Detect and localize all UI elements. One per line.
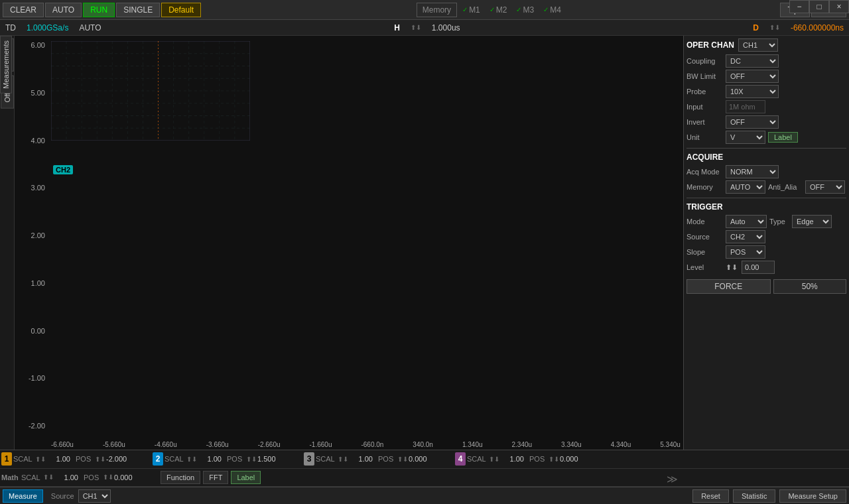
math-row: Math SCAL ⬆⬇ 1.00 POS ⬆⬇ 0.000 Function … [0, 469, 849, 487]
trig-mode-select[interactable]: AutoNormalSingle [726, 215, 767, 228]
input-label: Input [686, 103, 723, 111]
clear-button[interactable]: CLEAR [3, 3, 44, 17]
x-label-4: -2.660u [258, 441, 281, 448]
math-scal-label: SCAL [21, 473, 42, 481]
ch1-scal-value: 1.00 [46, 455, 70, 463]
ch1-pos-label: POS [76, 455, 94, 463]
m1-marker: ✓M1 [458, 4, 484, 16]
oper-chan-select[interactable]: CH1CH2CH3CH4 [738, 38, 778, 52]
statistic-button[interactable]: Statistic [733, 489, 776, 503]
trig-mode-label: Mode [686, 218, 723, 225]
oper-chan-section: OPER CHAN CH1CH2CH3CH4 Coupling DCACGND … [686, 38, 846, 144]
m4-marker: ✓M4 [539, 4, 565, 16]
ch4-pos-label: POS [529, 455, 548, 463]
svg-rect-19 [51, 41, 250, 141]
x-label-0: -6.660u [51, 441, 74, 448]
math-label-button[interactable]: Label [231, 471, 261, 484]
ch4-scal-value: 1.00 [500, 455, 524, 463]
minimize-button[interactable]: − [789, 0, 809, 13]
probe-select[interactable]: 10X1X100X [726, 85, 779, 98]
m2-marker: ✓M2 [486, 4, 511, 16]
close-button[interactable]: × [829, 0, 849, 13]
oscilloscope-chart [51, 41, 250, 141]
invert-select[interactable]: OFFON [726, 115, 779, 129]
y-label-n2: -2.00 [17, 422, 45, 430]
x-label-5: -1.660u [310, 441, 332, 448]
measure-button[interactable]: Measure [3, 489, 43, 503]
slope-label: Slope [686, 248, 723, 256]
run-button[interactable]: RUN [83, 3, 115, 17]
memory-select[interactable]: AUTO1K10K [726, 180, 765, 194]
reset-button[interactable]: Reset [692, 489, 729, 503]
fft-button[interactable]: FFT [203, 471, 228, 484]
status-bar: TD 1.000GSa/s AUTO H ⬆⬇ 1.000us D ⬆⬇ -66… [0, 20, 849, 36]
d-value: -660.000000ns [791, 23, 844, 32]
auto-button[interactable]: AUTO [45, 3, 82, 17]
h-value: 1.000us [432, 23, 460, 32]
measurements-tab[interactable]: Measurements [0, 36, 12, 94]
x-label-3: -3.660u [206, 441, 229, 448]
mode-display: TD [5, 23, 16, 32]
scroll-icon[interactable]: ≫ [667, 473, 678, 485]
ch1-pos-value: -2.000 [106, 455, 139, 463]
ch2-pos-value: 1.500 [257, 455, 291, 463]
maximize-button[interactable]: □ [809, 0, 829, 13]
ch2-waveform [51, 60, 250, 141]
y-label-3: 3.00 [17, 184, 45, 192]
channel-row-1234: 1 SCAL ⬆⬇ 1.00 POS ⬆⬇ -2.000 2 SCAL ⬆⬇ 1… [0, 450, 849, 469]
trig-type-select[interactable]: EdgePulseVideo [792, 215, 832, 228]
trigger-title: TRIGGER [686, 201, 846, 213]
bw-limit-select[interactable]: OFFON [726, 70, 779, 83]
label-button[interactable]: Label [768, 132, 798, 143]
math-label: Math [1, 473, 21, 481]
default-button[interactable]: Default [161, 3, 201, 17]
ch3-scal-value: 1.00 [349, 455, 373, 463]
ch2-scal-value: 1.00 [198, 455, 222, 463]
ch3-number: 3 [304, 452, 314, 466]
m3-marker: ✓M3 [512, 4, 538, 16]
y-label-6: 6.00 [17, 41, 45, 49]
level-label: Level [686, 263, 723, 271]
x-label-9: 2.340u [512, 441, 533, 448]
main-area: Online Offline Measurements 6.00 5.00 4.… [0, 36, 849, 450]
anti-alia-label: Anti_Alia [768, 183, 803, 191]
x-label-1: -5.660u [103, 441, 125, 448]
slope-select[interactable]: POSNEG [726, 245, 765, 259]
acquire-title: ACQUIRE [686, 151, 846, 163]
h-label: H [394, 23, 400, 32]
unit-select[interactable]: VA [726, 131, 765, 144]
single-button[interactable]: SINGLE [116, 3, 160, 17]
y-label-4: 4.00 [17, 137, 45, 145]
memory-button[interactable]: Memory [417, 3, 457, 17]
acquire-section: ACQUIRE Acq Mode NORMPEAKAVER Memory AUT… [686, 151, 846, 194]
x-label-11: 4.340u [611, 441, 631, 448]
trigger-mode: AUTO [79, 23, 101, 32]
bottom-channels: 1 SCAL ⬆⬇ 1.00 POS ⬆⬇ -2.000 2 SCAL ⬆⬇ 1… [0, 450, 849, 487]
function-button[interactable]: Function [161, 471, 200, 484]
force-button[interactable]: FORCE [686, 279, 771, 294]
y-axis-labels: 6.00 5.00 4.00 3.00 2.00 1.00 0.00 -1.00… [17, 41, 45, 430]
ch2-scal-label: SCAL [164, 455, 186, 463]
oper-chan-label: OPER CHAN [686, 40, 734, 50]
ch1-scal-label: SCAL [13, 455, 34, 463]
bottom-statusbar: Measure Source CH1CH2CH3CH4 Reset Statis… [0, 487, 849, 504]
sample-rate: 1.000GSa/s [27, 23, 68, 32]
ch3-pos-value: 0.000 [409, 455, 442, 463]
acq-mode-select[interactable]: NORMPEAKAVER [726, 165, 779, 178]
coupling-select[interactable]: DCACGND [726, 54, 779, 68]
x-label-6: -660.0n [361, 441, 383, 448]
x-label-8: 1.340u [462, 441, 483, 448]
ch4-number: 4 [455, 452, 466, 466]
probe-label: Probe [686, 88, 723, 95]
measure-setup-button[interactable]: Measure Setup [779, 489, 846, 503]
source-select[interactable]: CH2CH1CH3CH4 [726, 230, 765, 243]
y-label-1: 1.00 [17, 279, 45, 287]
force-percent: 50% [773, 279, 847, 294]
level-input[interactable] [742, 261, 775, 274]
ch3-scal-label: SCAL [316, 455, 337, 463]
source-channel-select[interactable]: CH1CH2CH3CH4 [78, 489, 111, 503]
source-label: Source [686, 233, 723, 241]
acq-mode-label: Acq Mode [686, 168, 723, 176]
anti-alia-select[interactable]: OFFON [805, 180, 845, 194]
bw-limit-label: BW Limit [686, 72, 723, 80]
